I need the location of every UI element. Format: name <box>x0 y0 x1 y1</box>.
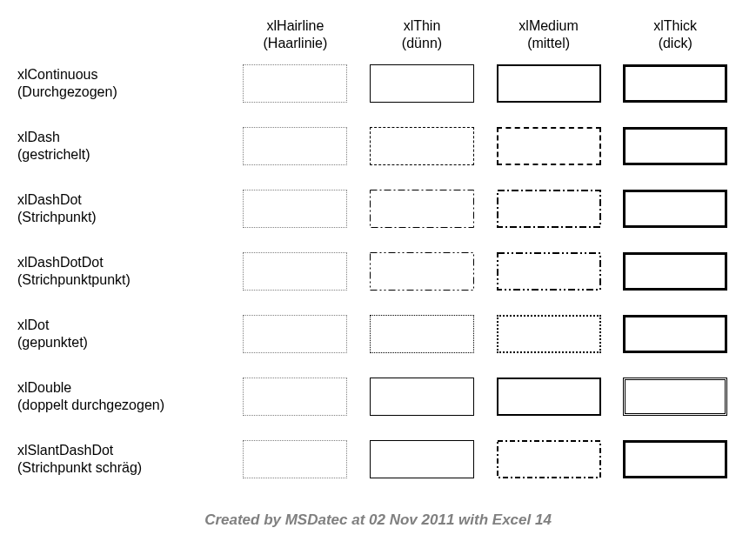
border-sample <box>623 315 727 353</box>
border-sample <box>243 252 347 291</box>
border-sample <box>497 127 601 165</box>
sample-xlcontinuous-xlhairline <box>232 52 359 115</box>
border-sample <box>370 252 474 291</box>
sample-xlcontinuous-xlthick <box>612 52 739 115</box>
sample-xldashdotdot-xlthin <box>358 240 485 303</box>
svg-rect-1 <box>498 190 600 227</box>
sample-xldot-xlmedium <box>485 303 612 365</box>
sample-xldashdot-xlthin <box>358 177 485 240</box>
border-sample <box>243 378 347 416</box>
sample-xldouble-xlmedium <box>485 365 612 428</box>
svg-rect-2 <box>370 253 473 291</box>
border-sample <box>243 190 347 228</box>
border-sample <box>497 440 601 478</box>
border-sample <box>370 378 474 416</box>
border-sample <box>497 64 601 103</box>
sample-xldot-xlthin <box>358 303 485 365</box>
border-sample <box>497 252 601 291</box>
sample-xldash-xlthin <box>358 115 485 177</box>
border-sample <box>623 190 727 228</box>
row-label-xldot: xlDot(gepunktet) <box>17 303 232 365</box>
footer-text: Created by MSDatec at 02 Nov 2011 with E… <box>17 491 739 529</box>
sample-xlslantdashdot-xlmedium <box>485 428 612 491</box>
border-sample <box>370 440 474 478</box>
sample-xlslantdashdot-xlthin <box>358 428 485 491</box>
border-sample <box>370 127 474 165</box>
border-sample <box>243 64 347 103</box>
sample-xldouble-xlthick <box>612 365 739 428</box>
border-sample <box>370 190 474 228</box>
table-row: xlDot(gepunktet) <box>17 303 739 365</box>
border-sample <box>243 440 347 478</box>
sample-xldouble-xlhairline <box>232 365 359 428</box>
table-row: xlDashDot(Strichpunkt) <box>17 177 739 240</box>
border-sample <box>497 190 601 228</box>
border-sample <box>623 440 727 478</box>
table-row: xlSlantDashDot(Strichpunkt schräg) <box>17 428 739 491</box>
col-header-xlthick: xlThick (dick) <box>612 17 739 52</box>
sample-xldash-xlmedium <box>485 115 612 177</box>
table-row: xlDash(gestrichelt) <box>17 115 739 177</box>
col-header-xlhairline: xlHairline (Haarlinie) <box>232 17 359 52</box>
svg-rect-4 <box>498 441 600 478</box>
table-row: xlDashDotDot(Strichpunktpunkt) <box>17 240 739 303</box>
border-sample <box>497 378 601 416</box>
sample-xldot-xlthick <box>612 303 739 365</box>
row-label-xlcontinuous: xlContinuous(Durchgezogen) <box>17 52 232 115</box>
border-sample <box>623 127 727 165</box>
sample-xldashdotdot-xlmedium <box>485 240 612 303</box>
row-label-xldash: xlDash(gestrichelt) <box>17 115 232 177</box>
sample-xldashdot-xlmedium <box>485 177 612 240</box>
border-sample <box>623 64 727 103</box>
sample-xlcontinuous-xlmedium <box>485 52 612 115</box>
sample-xldashdot-xlthick <box>612 177 739 240</box>
sample-xldash-xlthick <box>612 115 739 177</box>
border-sample <box>370 315 474 353</box>
sample-xlslantdashdot-xlthick <box>612 428 739 491</box>
sample-xldashdot-xlhairline <box>232 177 359 240</box>
border-sample <box>497 315 601 353</box>
sample-xldouble-xlthin <box>358 365 485 428</box>
row-label-xldouble: xlDouble(doppelt durchgezogen) <box>17 365 232 428</box>
sample-xldash-xlhairline <box>232 115 359 177</box>
sample-xldashdotdot-xlthick <box>612 240 739 303</box>
border-sample <box>243 127 347 165</box>
table-row: xlDouble(doppelt durchgezogen) <box>17 365 739 428</box>
row-label-xlslantdashdot: xlSlantDashDot(Strichpunkt schräg) <box>17 428 232 491</box>
border-sample <box>243 315 347 353</box>
col-header-xlthin: xlThin (dünn) <box>358 17 485 52</box>
row-label-xldashdotdot: xlDashDotDot(Strichpunktpunkt) <box>17 240 232 303</box>
svg-rect-3 <box>498 253 600 290</box>
border-sample <box>623 252 727 291</box>
border-sample <box>370 64 474 103</box>
border-style-table: xlHairline (Haarlinie) xlThin (dünn) xlM… <box>17 17 739 491</box>
col-header-xlmedium: xlMedium (mittel) <box>485 17 612 52</box>
sample-xldashdotdot-xlhairline <box>232 240 359 303</box>
sample-xldot-xlhairline <box>232 303 359 365</box>
row-label-xldashdot: xlDashDot(Strichpunkt) <box>17 177 232 240</box>
svg-rect-0 <box>370 190 473 228</box>
sample-xlcontinuous-xlthin <box>358 52 485 115</box>
table-row: xlContinuous(Durchgezogen) <box>17 52 739 115</box>
sample-xlslantdashdot-xlhairline <box>232 428 359 491</box>
border-sample <box>623 378 727 416</box>
